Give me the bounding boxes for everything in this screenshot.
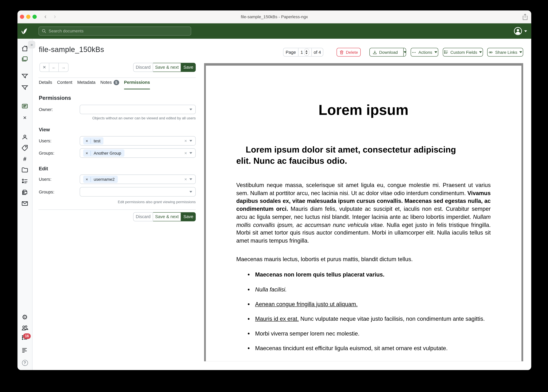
view-groups-select[interactable]: × Another Group × bbox=[80, 148, 196, 158]
clear-icon[interactable]: × bbox=[184, 177, 187, 182]
share-links-button[interactable]: Share Links bbox=[487, 48, 523, 56]
custom-fields-icon bbox=[21, 177, 29, 185]
filter-funnel-icon bbox=[21, 84, 29, 91]
save-button-group: Discard Save & next Save bbox=[133, 63, 196, 72]
chevron-down-icon bbox=[434, 51, 437, 53]
paperless-logo-icon[interactable] bbox=[20, 27, 28, 35]
edit-help-text: Edit permissions also grant viewing perm… bbox=[39, 200, 196, 204]
open-document-icon bbox=[21, 102, 29, 110]
discard-button[interactable]: Discard bbox=[133, 63, 153, 72]
selected-user-chip: × username2 bbox=[83, 175, 118, 183]
window-title: file-sample_150kBs - Paperless-ngx bbox=[17, 10, 531, 23]
chevron-down-icon bbox=[189, 191, 192, 193]
page-stepper[interactable] bbox=[304, 49, 309, 56]
sidebar-item-documentation[interactable]: ? bbox=[17, 358, 32, 367]
trash-icon bbox=[339, 50, 344, 55]
remove-chip-icon[interactable]: × bbox=[83, 151, 91, 155]
next-document-button[interactable]: → bbox=[59, 63, 68, 71]
sidebar-item-custom-fields[interactable] bbox=[17, 177, 32, 185]
edit-groups-label: Groups: bbox=[39, 189, 54, 195]
sidebar-item-settings[interactable]: ⚙ bbox=[17, 313, 32, 321]
tab-content[interactable]: Content bbox=[57, 80, 72, 89]
delete-button[interactable]: Delete bbox=[337, 48, 361, 56]
sidebar-expand-button[interactable]: » bbox=[28, 41, 35, 49]
tab-details[interactable]: Details bbox=[39, 80, 52, 89]
avatar-icon bbox=[514, 27, 522, 35]
sidebar-item-storage-paths[interactable] bbox=[17, 166, 32, 174]
close-all-documents-icon[interactable]: ✕ bbox=[17, 113, 32, 122]
page-navigation-group: Page 1 of 4 bbox=[283, 48, 323, 56]
save-next-button[interactable]: Save & next bbox=[153, 63, 181, 72]
sidebar-item-documents[interactable] bbox=[17, 55, 32, 63]
page-label: Page bbox=[283, 48, 298, 56]
close-document-button[interactable]: ✕ bbox=[40, 63, 49, 71]
download-button[interactable]: Download bbox=[369, 48, 401, 56]
user-menu[interactable] bbox=[514, 23, 527, 39]
chevron-down-icon bbox=[524, 30, 527, 32]
owner-help-text: Objects without an owner can be viewed a… bbox=[39, 116, 196, 120]
pdf-title: Lorem ipsum bbox=[236, 102, 491, 118]
download-options-button[interactable] bbox=[403, 48, 406, 56]
owner-select[interactable] bbox=[80, 105, 196, 114]
filter-funnel-icon bbox=[21, 72, 29, 80]
list-item: Maecenas tincidunt est efficitur ligula … bbox=[247, 344, 491, 352]
documents-icon bbox=[21, 55, 29, 63]
sidebar-item-saved-view-1[interactable] bbox=[17, 72, 32, 80]
search-icon bbox=[42, 29, 47, 34]
sidebar-item-tags[interactable] bbox=[17, 144, 32, 152]
sidebar-item-users-groups[interactable] bbox=[17, 324, 32, 332]
app-header bbox=[17, 23, 531, 39]
folder-icon bbox=[21, 166, 29, 174]
clear-icon[interactable]: × bbox=[184, 151, 187, 155]
file-copy-icon bbox=[21, 189, 29, 196]
edit-heading: Edit bbox=[39, 166, 48, 171]
person-icon bbox=[21, 133, 29, 141]
previous-document-button[interactable]: ← bbox=[49, 63, 59, 71]
notes-count-badge: 5 bbox=[114, 80, 119, 85]
sidebar-item-file-tasks[interactable] bbox=[17, 188, 32, 196]
save-button[interactable]: Save bbox=[181, 63, 196, 72]
sidebar-item-logs[interactable] bbox=[17, 346, 32, 354]
search-input[interactable] bbox=[49, 29, 188, 34]
view-users-select[interactable]: × test × bbox=[80, 136, 196, 146]
custom-fields-button[interactable]: Custom Fields bbox=[443, 48, 483, 56]
pdf-subheading: Lorem ipsum dolor sit amet, consectetur … bbox=[236, 144, 491, 167]
screen: ‹ › file-sample_150kBs - Paperless-ngx bbox=[0, 0, 548, 392]
tag-icon bbox=[21, 144, 29, 152]
tab-metadata[interactable]: Metadata bbox=[77, 80, 95, 89]
save-button[interactable]: Save bbox=[181, 212, 196, 221]
share-icon[interactable] bbox=[522, 14, 528, 20]
remove-chip-icon[interactable]: × bbox=[83, 139, 91, 143]
discard-button[interactable]: Discard bbox=[133, 212, 153, 221]
document-nav-group: ✕ ← → bbox=[39, 63, 69, 72]
search-bar[interactable] bbox=[38, 27, 191, 36]
save-next-button[interactable]: Save & next bbox=[153, 212, 181, 221]
chevron-down-icon bbox=[479, 51, 482, 53]
custom-fields-icon bbox=[444, 50, 448, 54]
sidebar-item-open-document[interactable] bbox=[17, 102, 32, 110]
main-area: ✕ # ⚙ bbox=[17, 39, 531, 370]
sidebar-item-document-types[interactable]: # bbox=[17, 155, 32, 163]
pdf-viewer[interactable]: Lorem ipsum Lorem ipsum dolor sit amet, … bbox=[204, 63, 523, 361]
page-number-input[interactable]: 1 bbox=[299, 48, 312, 56]
tab-notes[interactable]: Notes5 bbox=[100, 80, 119, 89]
sidebar-item-mail[interactable] bbox=[17, 199, 32, 208]
detail-tabs: Details Content Metadata Notes5 Permissi… bbox=[39, 80, 150, 89]
remove-chip-icon[interactable]: × bbox=[83, 177, 91, 182]
list-item: Maecenas non lorem quis tellus placerat … bbox=[247, 271, 491, 279]
gear-icon: ⚙ bbox=[22, 313, 28, 321]
list-item: Nulla facilisi. bbox=[247, 285, 491, 293]
sidebar-item-correspondents[interactable] bbox=[17, 133, 32, 141]
edit-users-select[interactable]: × username2 × bbox=[80, 175, 196, 184]
tab-permissions[interactable]: Permissions bbox=[124, 80, 150, 89]
chevron-down-icon bbox=[189, 152, 192, 154]
sidebar-item-saved-view-2[interactable] bbox=[17, 83, 32, 92]
permissions-heading: Permissions bbox=[39, 95, 71, 101]
actions-button[interactable]: ⋯ Actions bbox=[411, 48, 438, 56]
chevron-down-icon bbox=[189, 140, 192, 142]
clear-icon[interactable]: × bbox=[184, 139, 187, 143]
list-item: Morbi viverra semper lorem nec molestie. bbox=[247, 329, 491, 337]
view-users-label: Users: bbox=[39, 139, 51, 144]
edit-groups-select[interactable] bbox=[80, 187, 196, 196]
list-item: Mauris id ex erat. Nunc vulputate neque … bbox=[247, 315, 491, 323]
